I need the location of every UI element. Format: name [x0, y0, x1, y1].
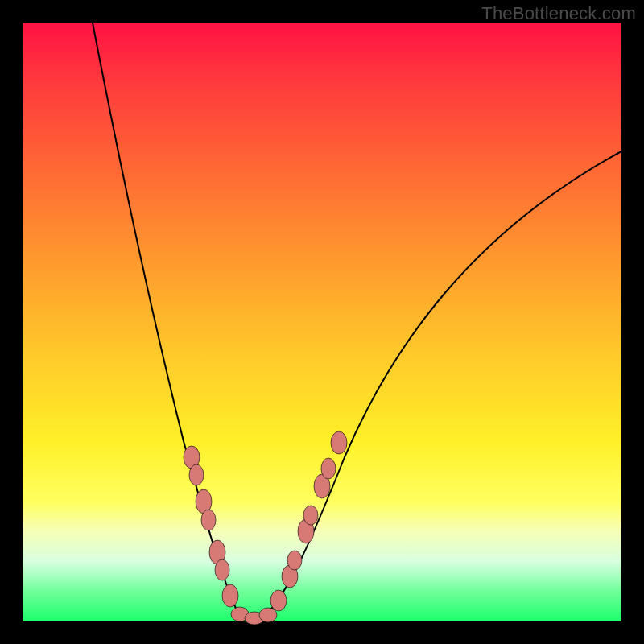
outer-frame: TheBottleneck.com — [0, 0, 644, 644]
bottleneck-curve — [23, 23, 621, 621]
watermark-text: TheBottleneck.com — [481, 3, 636, 24]
bead — [321, 458, 336, 479]
bead — [331, 431, 347, 454]
bead — [270, 590, 287, 611]
bead — [287, 551, 302, 570]
bead — [189, 464, 204, 485]
bead — [215, 559, 229, 580]
curve-right-branch — [240, 151, 621, 619]
curve-left-branch — [91, 14, 240, 617]
bead — [303, 506, 318, 525]
bead — [201, 510, 216, 530]
bead — [222, 584, 238, 607]
bead — [259, 608, 277, 622]
plot-area — [23, 23, 621, 621]
